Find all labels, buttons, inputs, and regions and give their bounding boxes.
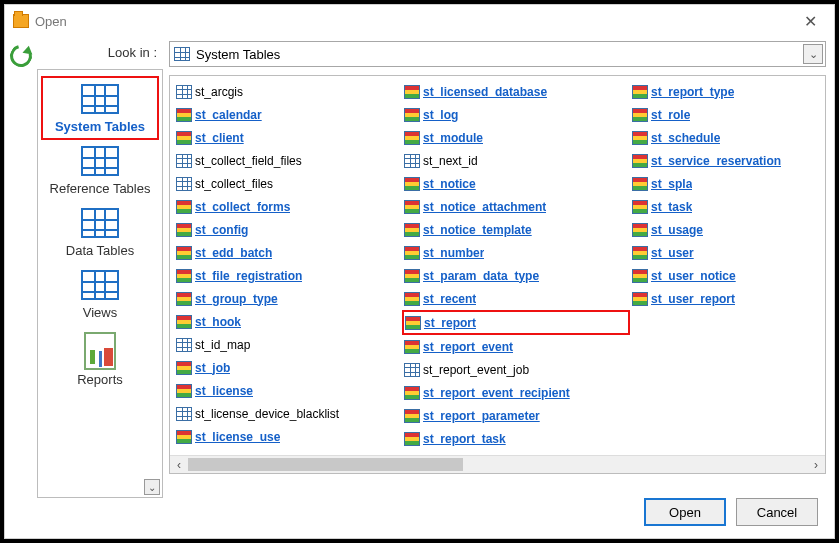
sidebar-item-label: Reference Tables (41, 181, 159, 196)
table-color-icon (632, 85, 648, 99)
table-icon (176, 407, 192, 421)
look-in-dropdown[interactable]: System Tables ⌄ (169, 41, 826, 67)
table-icon (404, 154, 420, 168)
table-color-icon (404, 131, 420, 145)
file-item[interactable]: st_user_notice (630, 264, 826, 287)
titlebar: Open ✕ (5, 5, 834, 37)
file-item[interactable]: st_collect_files (174, 172, 402, 195)
open-button[interactable]: Open (644, 498, 726, 526)
file-item-label: st_client (195, 131, 244, 145)
file-item-label: st_notice_template (423, 223, 532, 237)
file-item[interactable]: st_hook (174, 310, 402, 333)
file-item[interactable]: st_license_use (174, 425, 402, 448)
file-item[interactable]: st_user_report (630, 287, 826, 310)
file-item[interactable]: st_log (402, 103, 630, 126)
scroll-left-button[interactable]: ‹ (170, 456, 188, 473)
file-item[interactable]: st_client (174, 126, 402, 149)
sidebar-item-system-tables[interactable]: System Tables (41, 76, 159, 140)
table-color-icon (632, 177, 648, 191)
file-item[interactable]: st_job (174, 356, 402, 379)
file-item[interactable]: st_edd_batch (174, 241, 402, 264)
close-button[interactable]: ✕ (790, 7, 830, 35)
file-item[interactable]: st_usage (630, 218, 826, 241)
grid-icon (81, 208, 119, 238)
file-item[interactable]: st_license (174, 379, 402, 402)
file-item[interactable]: st_role (630, 103, 826, 126)
table-icon (176, 338, 192, 352)
file-item[interactable]: st_group_type (174, 287, 402, 310)
table-color-icon (404, 177, 420, 191)
file-item[interactable]: st_calendar (174, 103, 402, 126)
table-color-icon (176, 200, 192, 214)
refresh-icon[interactable] (6, 41, 36, 71)
file-item-label: st_notice (423, 177, 476, 191)
file-item[interactable]: st_report_task (402, 427, 630, 450)
file-item[interactable]: st_report_event (402, 335, 630, 358)
file-item-label: st_job (195, 361, 230, 375)
sidebar-scroll-down[interactable]: ⌄ (144, 479, 160, 495)
file-item[interactable]: st_file_registration (174, 264, 402, 287)
file-item[interactable]: st_config (174, 218, 402, 241)
sidebar-item-data-tables[interactable]: Data Tables (41, 202, 159, 264)
file-item[interactable]: st_schedule (630, 126, 826, 149)
table-color-icon (404, 108, 420, 122)
file-item[interactable]: st_id_map (174, 333, 402, 356)
file-item-label: st_hook (195, 315, 241, 329)
file-item[interactable]: st_user (630, 241, 826, 264)
file-item[interactable]: st_param_data_type (402, 264, 630, 287)
file-item-label: st_license (195, 384, 253, 398)
file-item[interactable]: st_recent (402, 287, 630, 310)
table-color-icon (176, 361, 192, 375)
file-item[interactable]: st_collect_forms (174, 195, 402, 218)
grid-icon (81, 84, 119, 114)
table-color-icon (176, 269, 192, 283)
table-color-icon (176, 223, 192, 237)
file-item[interactable]: st_notice_attachment (402, 195, 630, 218)
file-item[interactable]: st_licensed_database (402, 80, 630, 103)
file-item[interactable]: st_next_id (402, 149, 630, 172)
file-item-label: st_schedule (651, 131, 720, 145)
file-item[interactable]: st_number (402, 241, 630, 264)
sidebar-item-reference-tables[interactable]: Reference Tables (41, 140, 159, 202)
file-item[interactable]: st_notice_template (402, 218, 630, 241)
table-color-icon (176, 384, 192, 398)
file-item[interactable]: st_module (402, 126, 630, 149)
file-item-label: st_next_id (423, 154, 478, 168)
table-color-icon (632, 108, 648, 122)
table-color-icon (632, 154, 648, 168)
cancel-button[interactable]: Cancel (736, 498, 818, 526)
scroll-right-button[interactable]: › (807, 456, 825, 473)
table-color-icon (632, 200, 648, 214)
sidebar-item-views[interactable]: Views (41, 264, 159, 326)
horizontal-scrollbar[interactable]: ‹ › (170, 455, 825, 473)
file-item[interactable]: st_report_type (630, 80, 826, 103)
window-title: Open (35, 14, 67, 29)
table-color-icon (404, 409, 420, 423)
file-item-label: st_id_map (195, 338, 250, 352)
sidebar-item-reports[interactable]: Reports (41, 326, 159, 393)
chevron-down-icon[interactable]: ⌄ (803, 44, 823, 64)
file-item-label: st_usage (651, 223, 703, 237)
open-dialog: Open ✕ Look in : System TablesReference … (4, 4, 835, 539)
table-color-icon (176, 315, 192, 329)
file-item-label: st_role (651, 108, 690, 122)
file-item[interactable]: st_spla (630, 172, 826, 195)
scroll-thumb[interactable] (188, 458, 463, 471)
file-item[interactable]: st_task (630, 195, 826, 218)
scroll-track[interactable] (188, 456, 807, 473)
file-item-label: st_recent (423, 292, 476, 306)
sidebar-item-label: Reports (41, 372, 159, 387)
file-item-label: st_param_data_type (423, 269, 539, 283)
file-item-label: st_group_type (195, 292, 278, 306)
file-item[interactable]: st_report_event_job (402, 358, 630, 381)
file-item-label: st_collect_files (195, 177, 273, 191)
file-item[interactable]: st_report_event_recipient (402, 381, 630, 404)
file-item[interactable]: st_license_device_blacklist (174, 402, 402, 425)
table-color-icon (404, 223, 420, 237)
file-item[interactable]: st_report_parameter (402, 404, 630, 427)
file-item[interactable]: st_arcgis (174, 80, 402, 103)
file-item[interactable]: st_collect_field_files (174, 149, 402, 172)
file-item[interactable]: st_service_reservation (630, 149, 826, 172)
file-item[interactable]: st_notice (402, 172, 630, 195)
file-item[interactable]: st_report (402, 310, 630, 335)
